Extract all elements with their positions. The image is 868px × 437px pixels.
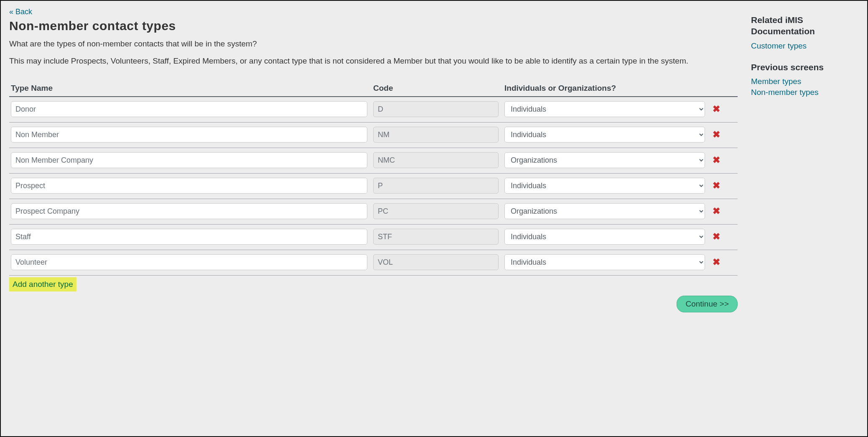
main-content: « Back Non-member contact types What are…	[1, 1, 746, 436]
type-kind-select[interactable]: IndividualsOrganizations	[504, 254, 705, 270]
type-code-input	[373, 127, 499, 143]
type-code-input	[373, 254, 499, 270]
type-name-input[interactable]	[11, 127, 367, 143]
type-kind-select[interactable]: IndividualsOrganizations	[504, 101, 705, 117]
delete-row-icon[interactable]: ✖	[711, 257, 722, 268]
type-kind-select[interactable]: IndividualsOrganizations	[504, 152, 705, 168]
type-kind-select[interactable]: IndividualsOrganizations	[504, 203, 705, 219]
sidebar: Related iMIS Documentation Customer type…	[746, 1, 867, 436]
delete-row-icon[interactable]: ✖	[711, 155, 722, 166]
table-row: IndividualsOrganizations✖	[9, 225, 738, 250]
type-code-input	[373, 101, 499, 117]
sidebar-prev-link[interactable]: Member types	[751, 77, 859, 86]
sidebar-docs-heading: Related iMIS Documentation	[751, 14, 859, 37]
table-row: IndividualsOrganizations✖	[9, 97, 738, 123]
type-kind-select[interactable]: IndividualsOrganizations	[504, 127, 705, 143]
delete-row-icon[interactable]: ✖	[711, 231, 722, 242]
table-row: IndividualsOrganizations✖	[9, 250, 738, 276]
column-header-kind: Individuals or Organizations?	[504, 84, 705, 93]
type-code-input	[373, 229, 499, 245]
table-row: IndividualsOrganizations✖	[9, 199, 738, 225]
type-kind-select[interactable]: IndividualsOrganizations	[504, 178, 705, 194]
type-name-input[interactable]	[11, 254, 367, 270]
type-code-input	[373, 152, 499, 168]
type-name-input[interactable]	[11, 101, 367, 117]
continue-button[interactable]: Continue >>	[677, 296, 738, 312]
app-frame: « Back Non-member contact types What are…	[0, 0, 868, 437]
table-header-row: Type Name Code Individuals or Organizati…	[9, 84, 738, 97]
delete-row-icon[interactable]: ✖	[711, 104, 722, 115]
sidebar-prev-heading: Previous screens	[751, 61, 859, 73]
back-link[interactable]: « Back	[9, 8, 32, 16]
type-name-input[interactable]	[11, 229, 367, 245]
type-kind-select[interactable]: IndividualsOrganizations	[504, 229, 705, 245]
table-row: IndividualsOrganizations✖	[9, 123, 738, 148]
sidebar-prev-link[interactable]: Non-member types	[751, 88, 859, 97]
intro-text-1: What are the types of non-member contact…	[9, 38, 738, 50]
column-header-name: Type Name	[11, 84, 367, 93]
table-row: IndividualsOrganizations✖	[9, 148, 738, 174]
type-name-input[interactable]	[11, 178, 367, 194]
delete-row-icon[interactable]: ✖	[711, 206, 722, 217]
intro-text-2: This may include Prospects, Volunteers, …	[9, 55, 738, 67]
types-table: Type Name Code Individuals or Organizati…	[9, 84, 738, 276]
column-header-code: Code	[373, 84, 499, 93]
add-another-type-link[interactable]: Add another type	[9, 277, 76, 291]
type-code-input	[373, 178, 499, 194]
delete-row-icon[interactable]: ✖	[711, 129, 722, 140]
page-title: Non-member contact types	[9, 19, 738, 33]
type-name-input[interactable]	[11, 203, 367, 219]
table-row: IndividualsOrganizations✖	[9, 174, 738, 199]
delete-row-icon[interactable]: ✖	[711, 180, 722, 191]
sidebar-doc-link[interactable]: Customer types	[751, 41, 859, 51]
type-code-input	[373, 203, 499, 219]
type-name-input[interactable]	[11, 152, 367, 168]
